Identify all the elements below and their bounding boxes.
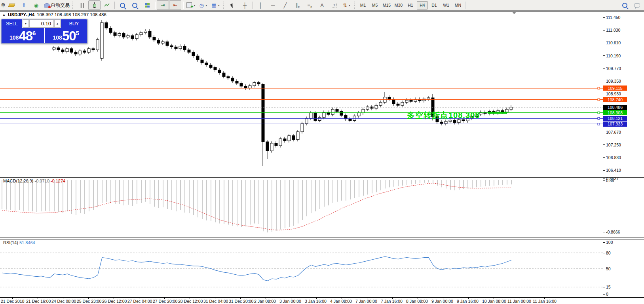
one-click-trade-panel: SELL ▼ 0.10 ▲ BUY 108486 108505 (1, 19, 87, 44)
time-axis-label: 9 Jan 00:00 (431, 299, 453, 304)
text-label-tool-icon[interactable]: T (328, 0, 340, 10)
period-button[interactable]: ◷▾ (197, 0, 209, 10)
price-tick (603, 17, 605, 18)
fibonacci-tool-icon[interactable]: ≡F (304, 0, 316, 10)
rsi-value: 51.8464 (19, 240, 35, 245)
chart-surface[interactable] (0, 11, 603, 297)
chart-header: ▲ USDJPY-,H4 108.397 108.498 108.297 108… (2, 12, 106, 17)
macd-scale-tick (603, 179, 605, 179)
symbol-title: USDJPY-,H4 (8, 12, 34, 17)
line-chart-icon[interactable] (101, 0, 113, 10)
candlestick-chart-icon[interactable] (88, 0, 101, 10)
time-axis-label: 9 Jan 16:00 (457, 299, 479, 304)
price-tick-label: 109.350 (606, 79, 621, 84)
price-tick-label: 106.830 (606, 155, 621, 160)
time-axis-label: 3 Jan 00:00 (279, 299, 301, 304)
timeframe-toolbar: M1M5M15M30H1H4D1W1MN (357, 1, 464, 10)
rsi-title: RSI(14) 51.8464 (3, 240, 35, 245)
bar-chart-icon[interactable] (76, 0, 88, 10)
price-tick (603, 157, 605, 158)
price-tick (603, 170, 605, 171)
time-axis-label: 24 Dec 08:00 (51, 299, 76, 304)
search-icon[interactable] (619, 0, 631, 10)
price-badge: 108.308 (603, 110, 627, 115)
price-badge: 109.115 (603, 86, 627, 91)
price-tick (603, 43, 605, 43)
timeframe-w1[interactable]: W1 (441, 1, 452, 10)
time-axis-label: 31 Dec 04:00 (203, 299, 228, 304)
chat-icon[interactable] (631, 0, 643, 10)
gold-bar-icon[interactable] (6, 0, 18, 10)
rsi-scale-label: 15 (606, 285, 611, 289)
time-axis-label: 11 Jan 16:00 (533, 299, 557, 304)
arrows-tool-icon[interactable]: ⇅▾ (340, 0, 353, 10)
text-tool-icon[interactable]: A (316, 0, 328, 10)
time-axis-label: 27 Dec 20:00 (153, 299, 177, 304)
cursor-tool-icon[interactable] (226, 0, 239, 10)
publish-chart-icon[interactable]: ⇑ (18, 0, 30, 10)
time-axis-label: 25 Dec 23:00 (77, 299, 101, 304)
template-button[interactable]: ▦▾ (209, 0, 222, 10)
rsi-scale-tick (603, 294, 605, 294)
sell-button[interactable]: SELL (2, 19, 22, 28)
price-axis-line (603, 11, 603, 298)
expert-hat-icon (44, 3, 50, 8)
macd-scale-label: -0.8666 (606, 230, 620, 234)
macd-scale-tick (603, 180, 605, 181)
autotrade-button[interactable]: 自动交易 (42, 0, 71, 10)
timeframe-h1[interactable]: H1 (405, 1, 416, 10)
new-order-button-partial[interactable]: 单 (1, 2, 6, 9)
rsi-scale-label: 50 (606, 266, 611, 271)
timeframe-m30[interactable]: M30 (393, 1, 404, 10)
time-axis-label: 26 Dec 12:00 (102, 299, 127, 304)
collapse-icon[interactable]: ▲ (2, 13, 6, 17)
lot-increase-button[interactable]: ▲ (54, 19, 61, 28)
price-tick-label: 108.930 (606, 91, 621, 96)
time-axis-label: 21 Dec 16:00 (26, 299, 51, 304)
sell-price[interactable]: 108486 (2, 28, 44, 43)
price-tick (603, 30, 605, 30)
timeframe-h4[interactable]: H4 (417, 1, 428, 10)
vertical-line-tool-icon[interactable]: │ (255, 0, 267, 10)
time-axis-label: 8 Jan 08:00 (406, 299, 428, 304)
channel-tool-icon[interactable]: ∥E (291, 0, 304, 10)
price-tick (603, 94, 605, 94)
time-axis-label: 4 Jan 08:00 (330, 299, 352, 304)
lot-size-input[interactable]: 0.10 (29, 19, 54, 28)
price-badge: 108.121 (603, 116, 627, 121)
trendline-tool-icon[interactable]: ╱ (279, 0, 291, 10)
time-axis-label: 7 Jan 16:00 (381, 299, 403, 304)
price-tick-label: 110.190 (606, 53, 621, 58)
time-axis-label: 28 Dec 12:00 (178, 299, 203, 304)
price-badge: 107.933 (603, 122, 627, 127)
lot-decrease-button[interactable]: ▼ (23, 19, 29, 28)
auto-scroll-icon[interactable]: ⇥ (157, 0, 169, 10)
timeframe-mn[interactable]: MN (452, 1, 464, 10)
macd-title: MACD(12,26,9) -0.0710 -0.1274 (3, 179, 65, 183)
timeframe-d1[interactable]: D1 (429, 1, 440, 10)
timeframe-m1[interactable]: M1 (357, 1, 369, 10)
timeframe-m5[interactable]: M5 (369, 1, 380, 10)
macd-main-value: -0.0710 (34, 179, 49, 183)
horizontal-line-tool-icon[interactable]: ─ (267, 0, 279, 10)
rsi-scale-tick (603, 242, 605, 243)
time-axis-label: 2 Jan 08:00 (254, 299, 276, 304)
rsi-scale-label: 80 (606, 251, 611, 255)
add-indicator-button[interactable]: ▾ (185, 0, 197, 10)
price-badge: 108.740 (603, 97, 627, 102)
crosshair-tool-icon[interactable]: ┼ (239, 0, 251, 10)
timeframe-m15[interactable]: M15 (381, 1, 392, 10)
price-tick-label: 111.030 (606, 28, 620, 32)
time-axis-label: 7 Jan 00:00 (355, 299, 377, 304)
zoom-in-icon[interactable] (116, 0, 129, 10)
rsi-scale-tick (603, 287, 605, 287)
ohlc-values: 108.397 108.498 108.297 108.486 (37, 12, 106, 17)
price-tick-label: 111.450 (606, 15, 620, 20)
signals-icon[interactable]: ◉ (30, 0, 42, 10)
chart-shift-icon[interactable]: ⇤ (169, 0, 181, 10)
zoom-out-icon[interactable] (129, 0, 141, 10)
price-tick (603, 132, 605, 132)
buy-price[interactable]: 108505 (45, 28, 87, 43)
buy-button[interactable]: BUY (61, 19, 87, 28)
tile-windows-icon[interactable] (141, 0, 153, 10)
